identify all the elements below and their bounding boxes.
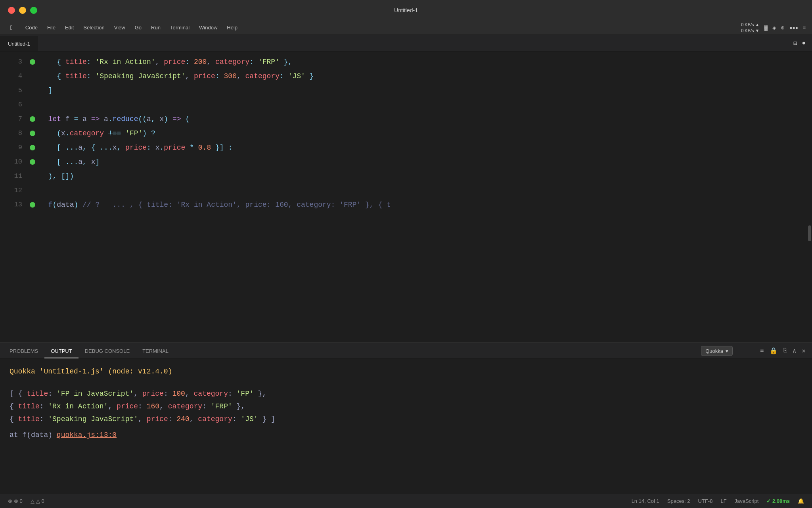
code-line-7: let f = a => a.reduce((a, x) => ( [40, 112, 806, 126]
code-area: 3 4 5 6 7 8 9 10 11 12 13 [0, 52, 812, 343]
tab-untitled[interactable]: Untitled-1 [0, 36, 38, 51]
encoding-info[interactable]: UTF-8 [698, 498, 713, 504]
gutter-9 [29, 140, 36, 155]
gutter [29, 55, 36, 339]
panel-dropdown[interactable]: Quokka ▾ [701, 346, 733, 356]
menu-go[interactable]: Go [131, 23, 146, 32]
line-num-4: 4 [3, 69, 22, 83]
gutter-10 [29, 155, 36, 169]
bottom-panel: PROBLEMS OUTPUT DEBUG CONSOLE TERMINAL Q… [0, 343, 812, 494]
tab-problems[interactable]: PROBLEMS [3, 344, 44, 358]
gutter-5 [29, 83, 36, 98]
output-line-4: at f(data) quokka.js:13:0 [10, 429, 802, 441]
warning-count: △ △ 0 [31, 498, 44, 504]
scrollbar-thumb[interactable] [808, 225, 811, 241]
indent-info[interactable]: Spaces: 2 [667, 498, 690, 504]
menubar:  Code File Edit Selection View Go Run T… [0, 21, 812, 35]
quokka-header: Quokka 'Untitled-1.js' (node: v12.4.0) [10, 368, 172, 375]
code-line-12 [40, 183, 806, 198]
window-title: Untitled-1 [394, 7, 418, 13]
gutter-3 [29, 55, 36, 69]
traffic-lights [8, 7, 37, 14]
split-editor-icon[interactable]: ⊟ [793, 39, 797, 47]
code-line-9: [ ...a, { ...x, price: x.price * 0.8 }] … [40, 140, 806, 155]
menu-selection[interactable]: Selection [79, 23, 108, 32]
menu-file[interactable]: File [43, 23, 59, 32]
dropdown-label: Quokka [705, 348, 723, 354]
gutter-13 [29, 198, 36, 212]
titlebar: Untitled-1 [0, 0, 812, 21]
panel-controls: ≡ 🔒 ⎘ ∧ ✕ [760, 347, 806, 355]
gutter-4 [29, 69, 36, 83]
maximize-button[interactable] [30, 7, 37, 14]
line-num-13: 13 [3, 198, 22, 212]
code-line-8: (x.category !== 'FP') ? [40, 126, 806, 140]
output-line-2: { title: 'Rx in Action', price: 160, cat… [10, 400, 802, 413]
language-info[interactable]: JavaScript [735, 498, 759, 504]
statusbar-right: Ln 14, Col 1 Spaces: 2 UTF-8 LF JavaScri… [632, 498, 804, 504]
error-icon: ⊗ [8, 498, 12, 504]
list-icon: ≡ [803, 25, 806, 31]
kb-status: 0 KB/s ▲0 KB/s ▼ [741, 22, 759, 33]
tab-bar: Untitled-1 ⊟ ● [0, 35, 812, 52]
close-button[interactable] [8, 7, 15, 14]
copy-icon[interactable]: ⎘ [783, 347, 787, 354]
output-result: [ { title: 'FP in JavaScript', price: 10… [10, 387, 802, 441]
menu-help[interactable]: Help [223, 23, 241, 32]
line-ending-info[interactable]: LF [720, 498, 726, 504]
gutter-12 [29, 183, 36, 198]
editor-container: Untitled-1 ⊟ ● 3 4 5 6 7 8 9 10 11 12 13 [0, 35, 812, 508]
tab-output[interactable]: OUTPUT [44, 344, 78, 358]
editor-scrollbar[interactable] [806, 55, 812, 339]
output-content: Quokka 'Untitled-1.js' (node: v12.4.0) [… [0, 359, 812, 494]
output-header: Quokka 'Untitled-1.js' (node: v12.4.0) [10, 365, 802, 378]
tab-title: Untitled-1 [8, 41, 30, 47]
code-lines: { title: 'Rx in Action', price: 200, cat… [36, 55, 806, 339]
line-num-12: 12 [3, 183, 22, 198]
tab-debug-console[interactable]: DEBUG CONSOLE [79, 344, 136, 358]
line-numbers: 3 4 5 6 7 8 9 10 11 12 13 [0, 55, 29, 339]
code-line-10: [ ...a, x] [40, 155, 806, 169]
menu-terminal[interactable]: Terminal [166, 23, 193, 32]
time-status: ●●● [789, 25, 798, 31]
notification-icon: 🔔 [798, 498, 804, 504]
wifi-icon: ◈ [772, 25, 776, 31]
code-line-11: ), []) [40, 169, 806, 183]
chevron-down-icon: ▾ [726, 348, 728, 354]
line-num-7: 7 [3, 112, 22, 126]
line-num-5: 5 [3, 83, 22, 98]
code-line-3: { title: 'Rx in Action', price: 200, cat… [40, 55, 806, 69]
line-num-9: 9 [3, 140, 22, 155]
list-filter-icon[interactable]: ≡ [760, 347, 764, 354]
menu-run[interactable]: Run [147, 23, 165, 32]
gutter-7 [29, 112, 36, 126]
panel-tabs: PROBLEMS OUTPUT DEBUG CONSOLE TERMINAL Q… [0, 343, 812, 359]
statusbar: ⊗ ⊗ 0 △ △ 0 Ln 14, Col 1 Spaces: 2 UTF-8… [0, 494, 812, 508]
circle-icon[interactable]: ● [802, 40, 806, 47]
code-line-4: { title: 'Speaking JavaScript', price: 3… [40, 69, 806, 83]
output-line-1: [ { title: 'FP in JavaScript', price: 10… [10, 387, 802, 400]
quokka-link[interactable]: quokka.js:13:0 [57, 431, 117, 439]
code-line-13: f(data) // ? ... , { title: 'Rx in Actio… [40, 198, 806, 212]
menu-edit[interactable]: Edit [61, 23, 78, 32]
menu-code[interactable]: Code [21, 23, 42, 32]
line-num-6: 6 [3, 98, 22, 112]
lock-icon[interactable]: 🔒 [770, 347, 778, 355]
menu-window[interactable]: Window [195, 23, 221, 32]
line-num-10: 10 [3, 155, 22, 169]
close-panel-icon[interactable]: ✕ [802, 347, 806, 355]
gutter-11 [29, 169, 36, 183]
minimize-button[interactable] [19, 7, 26, 14]
code-line-6 [40, 98, 806, 112]
line-num-3: 3 [3, 55, 22, 69]
menu-view[interactable]: View [110, 23, 129, 32]
tab-terminal[interactable]: TERMINAL [136, 344, 175, 358]
code-editor[interactable]: 3 4 5 6 7 8 9 10 11 12 13 [0, 52, 812, 343]
chevron-up-icon[interactable]: ∧ [793, 347, 797, 355]
vpn-icon: ⊕ [781, 25, 785, 31]
output-line-3: { title: 'Speaking JavaScript', price: 2… [10, 413, 802, 425]
gutter-6 [29, 98, 36, 112]
apple-menu[interactable]:  [6, 23, 17, 33]
code-line-5: ] [40, 83, 806, 98]
cursor-position[interactable]: Ln 14, Col 1 [632, 498, 659, 504]
